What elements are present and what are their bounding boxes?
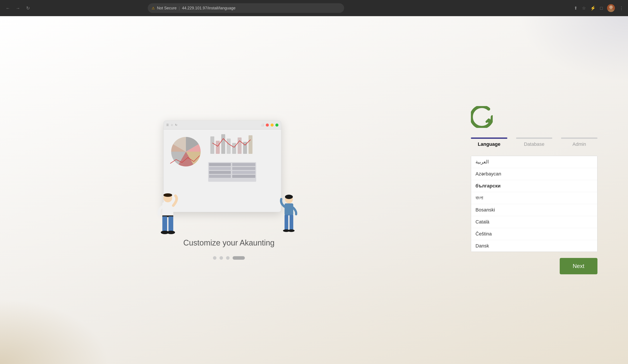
close-btn [266, 124, 269, 127]
svg-rect-16 [232, 171, 255, 174]
step-label-database: Database [524, 142, 545, 147]
step-admin[interactable]: Admin [561, 138, 597, 147]
forward-button[interactable]: → [14, 4, 21, 11]
svg-rect-6 [232, 143, 236, 154]
url-text: Not Secure [157, 6, 176, 10]
carousel-dots [213, 256, 245, 260]
browser-chrome: ← → ↻ ⚠ Not Secure | 44.229.101.97/insta… [0, 0, 628, 16]
logo-container [471, 106, 493, 129]
svg-rect-31 [290, 215, 293, 230]
svg-point-28 [285, 195, 293, 199]
main-content: ☰ ☆ ↻ ⬜ [0, 16, 628, 364]
dashboard-illustration: ☰ ☆ ↻ ⬜ [163, 120, 281, 212]
steps-container: Language Database Admin [471, 138, 597, 147]
svg-rect-18 [232, 175, 255, 178]
language-item-da[interactable]: Dansk [471, 240, 597, 252]
figure-right [279, 195, 299, 236]
back-button[interactable]: ← [4, 4, 11, 11]
svg-point-26 [167, 231, 175, 234]
svg-rect-9 [248, 135, 252, 154]
extension-icon[interactable]: ⚡ [590, 5, 596, 11]
language-item-cs[interactable]: Čeština [471, 228, 597, 240]
svg-rect-21 [162, 202, 173, 217]
svg-rect-3 [216, 141, 220, 154]
next-btn-container: Next [471, 258, 597, 274]
step-label-language: Language [478, 142, 500, 147]
next-button[interactable]: Next [560, 258, 597, 274]
language-item-bs[interactable]: Bosanski [471, 204, 597, 216]
step-language[interactable]: Language [471, 138, 507, 147]
address-bar[interactable]: ⚠ Not Secure | 44.229.101.97/install/lan… [148, 3, 344, 13]
url-display: 44.229.101.97/install/language [182, 6, 236, 10]
akaunting-logo [471, 106, 493, 128]
carousel-dot-1[interactable] [213, 256, 217, 260]
reload-button[interactable]: ↻ [24, 4, 31, 11]
language-item-az[interactable]: Azərbaycan [471, 168, 597, 180]
svg-rect-11 [209, 163, 231, 166]
bar-chart [208, 132, 256, 160]
dash-titlebar: ☰ ☆ ↻ ⬜ [164, 121, 281, 129]
svg-rect-12 [232, 163, 255, 166]
svg-rect-17 [209, 175, 231, 178]
language-list[interactable]: العربيةAzərbaycanбългарскиবাংলাBosanskiC… [471, 156, 597, 252]
svg-rect-14 [232, 167, 255, 170]
browser-actions: ⬆ ☆ ⚡ □ ⋮ [574, 4, 624, 12]
step-bar-database [516, 138, 552, 139]
carousel-dot-3[interactable] [226, 256, 230, 260]
menu-icon[interactable]: ⋮ [619, 5, 624, 11]
top-right-gradient [519, 16, 628, 82]
right-panel: Language Database Admin العربيةAzərbayca… [458, 93, 611, 288]
svg-rect-5 [227, 139, 231, 154]
dash-body [164, 129, 281, 212]
step-bar-language [471, 138, 507, 139]
figure-left [155, 193, 181, 236]
bookmark-icon[interactable]: ☆ [582, 5, 586, 11]
svg-point-0 [609, 5, 613, 9]
maximize-btn [275, 124, 278, 127]
language-item-bg[interactable]: български [471, 180, 597, 192]
svg-rect-2 [210, 136, 214, 154]
pie-chart [166, 132, 206, 171]
step-database[interactable]: Database [516, 138, 552, 147]
carousel-dot-2[interactable] [220, 256, 223, 260]
language-item-ar[interactable]: العربية [471, 156, 597, 168]
svg-point-1 [608, 9, 614, 12]
svg-point-34 [471, 106, 492, 128]
security-icon: ⚠ [152, 6, 155, 10]
svg-point-20 [163, 193, 172, 197]
step-label-admin: Admin [573, 142, 586, 147]
left-panel: ☰ ☆ ↻ ⬜ [0, 16, 458, 364]
avatar[interactable] [607, 4, 615, 12]
svg-rect-4 [221, 134, 225, 154]
share-icon[interactable]: ⬆ [574, 5, 578, 11]
carousel-dot-4[interactable] [233, 256, 245, 260]
step-bar-admin [561, 138, 597, 139]
tab-icon[interactable]: □ [600, 6, 603, 11]
data-table [208, 162, 256, 182]
svg-rect-24 [168, 217, 173, 232]
minimize-btn [271, 124, 274, 127]
svg-rect-23 [162, 217, 167, 232]
language-item-ca[interactable]: Català [471, 216, 597, 228]
svg-rect-29 [285, 203, 293, 216]
illustration-container: ☰ ☆ ↻ ⬜ [163, 120, 294, 229]
svg-rect-7 [238, 138, 241, 154]
bar-charts-area [208, 132, 278, 209]
svg-rect-15 [209, 171, 231, 174]
language-item-bn[interactable]: বাংলা [471, 192, 597, 204]
svg-point-33 [288, 229, 295, 232]
customize-text: Customize your Akaunting [183, 238, 275, 247]
svg-rect-13 [209, 167, 231, 170]
svg-rect-30 [285, 215, 288, 230]
